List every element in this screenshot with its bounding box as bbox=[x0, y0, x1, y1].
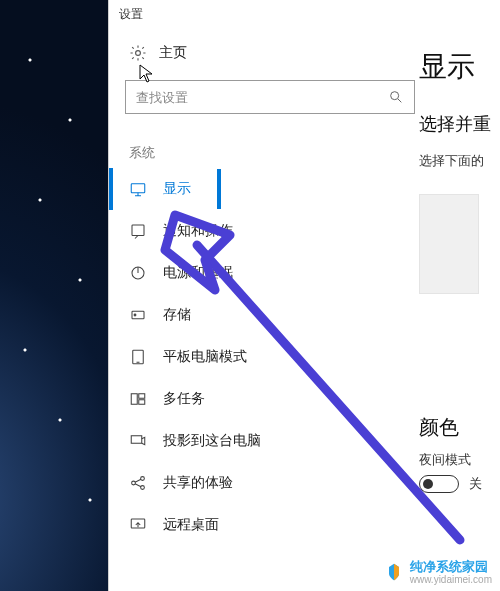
watermark-name: 纯净系统家园 bbox=[410, 560, 492, 574]
svg-rect-11 bbox=[131, 436, 142, 444]
power-icon bbox=[129, 264, 147, 282]
svg-rect-3 bbox=[132, 225, 144, 236]
sidebar-item-label: 共享的体验 bbox=[163, 474, 233, 492]
watermark-logo-icon bbox=[384, 562, 404, 582]
sidebar-item-project[interactable]: 投影到这台电脑 bbox=[109, 420, 419, 462]
sidebar-item-label: 电源和睡眠 bbox=[163, 264, 233, 282]
sidebar-item-label: 显示 bbox=[163, 180, 191, 198]
gear-icon bbox=[129, 44, 147, 62]
display-preview[interactable] bbox=[419, 194, 479, 294]
svg-point-14 bbox=[141, 486, 145, 490]
sidebar-item-label: 存储 bbox=[163, 306, 191, 324]
sidebar-item-label: 通知和操作 bbox=[163, 222, 233, 240]
window-titlebar: 设置 bbox=[109, 0, 500, 28]
svg-point-12 bbox=[132, 481, 136, 485]
sidebar-category: 系统 bbox=[109, 118, 419, 168]
display-icon bbox=[129, 180, 147, 198]
color-heading: 颜色 bbox=[419, 414, 500, 441]
sidebar-item-power[interactable]: 电源和睡眠 bbox=[109, 252, 419, 294]
svg-point-1 bbox=[391, 92, 399, 100]
sidebar-item-tablet[interactable]: 平板电脑模式 bbox=[109, 336, 419, 378]
svg-point-0 bbox=[136, 51, 141, 56]
settings-window: 设置 主页 bbox=[108, 0, 500, 591]
sidebar-item-label: 远程桌面 bbox=[163, 516, 219, 534]
sidebar-item-multitask[interactable]: 多任务 bbox=[109, 378, 419, 420]
sidebar-item-remote[interactable]: 远程桌面 bbox=[109, 504, 419, 546]
sidebar-items: 显示 通知和操作 电源和睡眠 存储 bbox=[109, 168, 419, 546]
home-button[interactable]: 主页 bbox=[109, 36, 419, 70]
night-mode-label: 夜间模式 bbox=[419, 451, 500, 469]
notification-icon bbox=[129, 222, 147, 240]
sidebar-item-label: 投影到这台电脑 bbox=[163, 432, 261, 450]
share-icon bbox=[129, 474, 147, 492]
night-mode-toggle[interactable] bbox=[419, 475, 459, 493]
svg-rect-9 bbox=[139, 394, 145, 399]
sidebar-item-label: 平板电脑模式 bbox=[163, 348, 247, 366]
project-icon bbox=[129, 432, 147, 450]
storage-icon bbox=[129, 306, 147, 324]
remote-icon bbox=[129, 516, 147, 534]
sidebar-item-shared[interactable]: 共享的体验 bbox=[109, 462, 419, 504]
section-text: 选择下面的 bbox=[419, 152, 500, 170]
sidebar-item-notifications[interactable]: 通知和操作 bbox=[109, 210, 419, 252]
sidebar: 主页 系统 bbox=[109, 28, 419, 591]
cursor-icon bbox=[139, 64, 155, 84]
sidebar-item-label: 多任务 bbox=[163, 390, 205, 408]
night-mode-state: 关 bbox=[469, 475, 482, 493]
sidebar-item-storage[interactable]: 存储 bbox=[109, 294, 419, 336]
watermark: 纯净系统家园 www.yidaimei.com bbox=[380, 558, 496, 587]
svg-point-13 bbox=[141, 477, 145, 481]
search-icon bbox=[388, 89, 404, 105]
sidebar-item-display[interactable]: 显示 bbox=[109, 168, 419, 210]
section-subheading: 选择并重 bbox=[419, 112, 500, 136]
multitask-icon bbox=[129, 390, 147, 408]
svg-rect-10 bbox=[139, 400, 145, 405]
svg-rect-8 bbox=[131, 394, 137, 405]
search-input[interactable] bbox=[125, 80, 415, 114]
search-field[interactable] bbox=[136, 90, 388, 105]
svg-point-6 bbox=[134, 314, 136, 316]
window-title: 设置 bbox=[119, 6, 143, 23]
home-label: 主页 bbox=[159, 44, 187, 62]
page-title: 显示 bbox=[419, 48, 500, 86]
watermark-url: www.yidaimei.com bbox=[410, 574, 492, 585]
content-panel: 显示 选择并重 选择下面的 颜色 夜间模式 关 bbox=[419, 28, 500, 591]
tablet-icon bbox=[129, 348, 147, 366]
svg-rect-2 bbox=[131, 184, 145, 193]
